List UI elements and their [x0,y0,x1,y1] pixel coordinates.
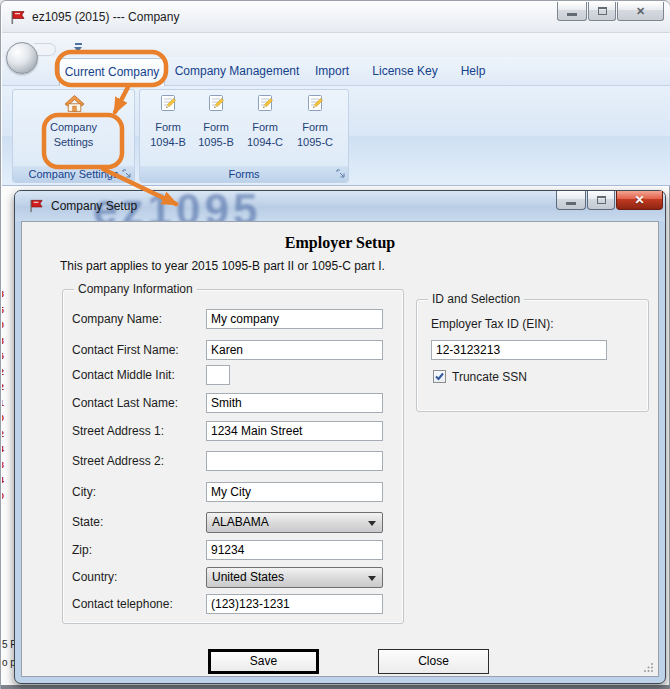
application-orb-button[interactable] [6,42,38,74]
country-dropdown[interactable]: United States [206,567,383,588]
contact-middle-init-input[interactable] [206,365,230,385]
company-information-title: Company Information [74,283,197,296]
contact-middle-init-label: Contact Middle Init: [72,368,175,382]
state-label: State: [72,515,103,529]
id-and-selection-title: ID and Selection [428,293,524,306]
state-dropdown[interactable]: ALABAMA [206,512,383,533]
ribbon-group-company-settings: Company Settings Company Settings [12,89,135,183]
main-minimize-button[interactable] [557,2,587,21]
dialog-title: Company Setup [51,191,137,221]
form-edit-icon [256,94,274,112]
street-address-2-label: Street Address 2: [72,454,164,468]
tab-company-management[interactable]: Company Management [173,57,301,86]
tab-import[interactable]: Import [297,57,367,86]
checkmark-icon [434,371,445,382]
minimize-icon [567,13,577,16]
form-edit-icon [159,94,177,112]
dialog-close-button[interactable]: ✕ [616,191,663,210]
street-address-1-label: Street Address 1: [72,424,164,438]
contact-first-name-input[interactable] [206,340,383,360]
ein-input[interactable] [431,340,607,360]
company-name-input[interactable] [206,309,383,329]
street-address-2-input[interactable] [206,451,383,471]
form-edit-icon [306,94,324,112]
form-1094b-button[interactable]: Form 1094-B [144,92,192,154]
main-window-title: ez1095 (2015) --- Company [32,2,179,33]
home-icon [64,94,85,113]
dialog-launcher-icon[interactable] [122,169,132,179]
close-button[interactable]: Close [378,649,489,674]
city-input[interactable] [206,482,383,502]
tab-current-company[interactable]: Current Company [59,58,165,86]
close-icon: ✕ [634,194,644,206]
restore-icon [598,7,607,15]
contact-telephone-input[interactable] [206,594,383,614]
street-address-1-input[interactable] [206,421,383,441]
app-flag-icon [9,9,26,26]
form-1095b-button[interactable]: Form 1095-B [192,92,240,154]
company-name-label: Company Name: [72,312,162,326]
qat-dropdown-icon[interactable] [74,43,83,53]
tab-help[interactable]: Help [445,57,501,86]
dialog-subtitle: This part applies to year 2015 1095-B pa… [60,259,385,273]
dialog-minimize-button[interactable] [556,191,586,210]
contact-first-name-label: Contact First Name: [72,343,179,357]
form-1095c-button[interactable]: Form 1095-C [291,92,339,154]
tab-license-key[interactable]: License Key [363,57,447,86]
form-edit-icon [207,94,225,112]
chevron-down-icon [368,576,376,581]
truncate-ssn-checkbox[interactable] [433,370,446,383]
dialog-flag-icon [28,198,44,214]
form-1094c-button[interactable]: Form 1094-C [241,92,289,154]
bottom-edge [1,685,670,689]
dialog-launcher-icon[interactable] [336,169,346,179]
city-label: City: [72,485,96,499]
company-settings-button[interactable]: Company Settings [17,120,130,150]
group-footer-company-settings: Company Settings [13,166,134,182]
contact-last-name-label: Contact Last Name: [72,396,178,410]
resize-grip[interactable] [644,662,654,672]
group-footer-forms: Forms [140,166,348,182]
minimize-icon [566,202,576,205]
ein-label: Employer Tax ID (EIN): [431,317,553,331]
truncate-ssn-label: Truncate SSN [452,370,527,384]
save-button[interactable]: Save [208,649,319,674]
zip-label: Zip: [72,543,92,557]
contact-telephone-label: Contact telephone: [72,597,173,611]
chevron-down-icon [368,521,376,526]
quick-access-toolbar [2,33,670,57]
screen: ez1095 (2015) --- Company ✕ Current Comp… [0,0,670,689]
restore-icon [597,196,606,204]
zip-input[interactable] [206,540,383,560]
close-icon: ✕ [636,6,645,17]
main-maximize-button[interactable] [588,2,616,21]
main-close-button[interactable]: ✕ [617,2,664,21]
employer-setup-heading: Employer Setup [21,234,659,252]
ribbon-group-forms: Form 1094-B Form 1095-B [139,89,349,183]
dialog-maximize-button[interactable] [587,191,615,210]
contact-last-name-input[interactable] [206,393,383,413]
country-label: Country: [72,570,117,584]
